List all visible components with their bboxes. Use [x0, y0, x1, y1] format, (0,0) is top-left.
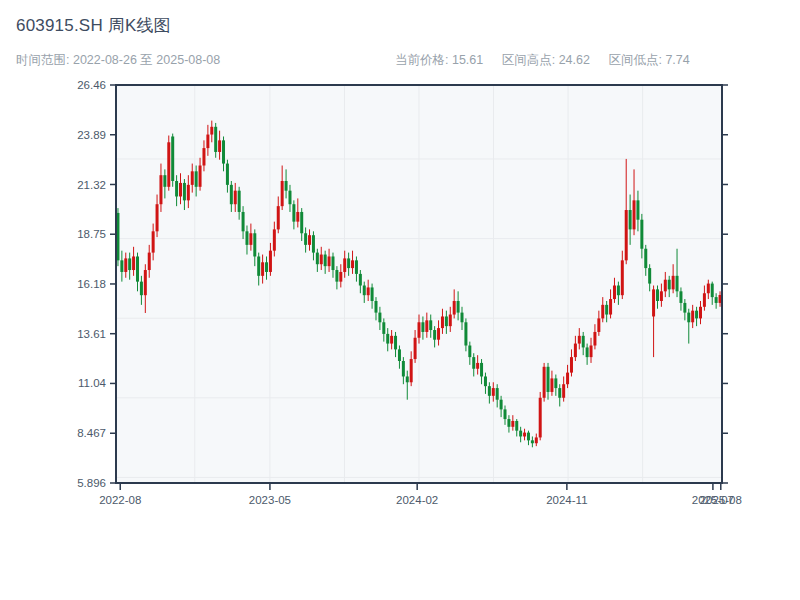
x-tick-label: 2024-02 [396, 494, 438, 506]
kline-chart: 26.4623.8921.3218.7516.1813.6111.048.467… [0, 0, 800, 600]
x-axis-labels: 2022-082023-052024-022024-112025-072025-… [99, 484, 742, 506]
y-tick-label: 26.46 [77, 79, 106, 91]
y-tick-label: 23.89 [77, 129, 106, 141]
y-tick-label: 11.04 [78, 377, 107, 389]
x-tick-label: 2022-08 [99, 494, 141, 506]
candle [171, 134, 174, 187]
y-tick-label: 8.467 [77, 427, 106, 439]
x-tick-label: 2024-11 [546, 494, 587, 506]
y-tick-label: 18.75 [77, 228, 106, 240]
candle [539, 392, 542, 440]
kline-page: { "header": { "title": "603915.SH 周K线图",… [0, 0, 800, 600]
y-tick-label: 21.32 [77, 179, 106, 191]
x-tick-label: 2025-08 [700, 494, 742, 506]
x-tick-label: 2023-05 [249, 494, 291, 506]
y-tick-label: 5.896 [77, 477, 106, 489]
y-tick-label: 16.18 [77, 278, 106, 290]
candle [167, 136, 170, 191]
y-tick-label: 13.61 [77, 328, 106, 340]
candle [543, 363, 546, 402]
